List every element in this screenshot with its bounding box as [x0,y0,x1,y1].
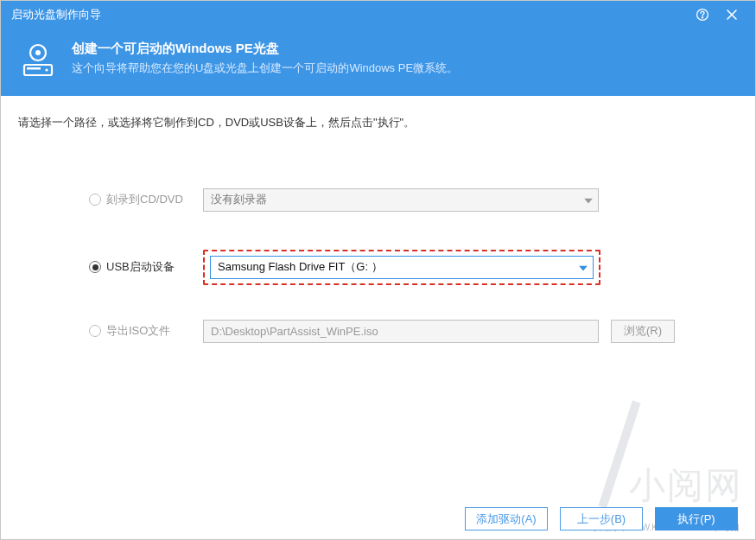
options-group: 刻录到CD/DVD 没有刻录器 USB启动设备 Samsung Fla [18,182,738,348]
close-icon[interactable] [717,1,746,29]
run-button[interactable]: 执行(P) [655,507,738,530]
usb-select-value: Samsung Flash Drive FIT（G: ） [218,259,383,275]
chevron-down-icon [584,194,593,206]
disc-burner-icon [18,41,58,80]
radio-usb-label: USB启动设备 [106,259,175,275]
banner: 创建一个可启动的Windows PE光盘 这个向导将帮助您在您的U盘或光盘上创建… [1,29,755,96]
banner-text: 创建一个可启动的Windows PE光盘 这个向导将帮助您在您的U盘或光盘上创建… [72,41,458,76]
watermark-bar [598,401,640,509]
window-title: 启动光盘制作向导 [11,7,688,22]
chevron-down-icon [579,261,588,274]
radio-cd-label: 刻录到CD/DVD [106,192,183,207]
usb-field: Samsung Flash Drive FIT（G: ） [203,250,683,285]
banner-sub: 这个向导将帮助您在您的U盘或光盘上创建一个可启动的Windows PE微系统。 [72,60,458,76]
option-usb-row: USB启动设备 Samsung Flash Drive FIT（G: ） [89,250,738,284]
option-cd-row: 刻录到CD/DVD 没有刻录器 [89,182,738,217]
radio-icon [89,194,101,206]
svg-point-1 [702,17,703,19]
add-driver-button[interactable]: 添加驱动(A) [465,507,548,530]
instruction-text: 请选择一个路径，或选择将它制作到CD，DVD或USB设备上，然后点击"执行"。 [18,115,738,130]
titlebar: 启动光盘制作向导 [1,1,755,29]
footer: 添加驱动(A) 上一步(B) 执行(P) [1,499,755,539]
cd-select-value: 没有刻录器 [211,192,267,207]
radio-icon [89,325,101,337]
browse-button: 浏览(R) [611,320,675,343]
radio-cd[interactable]: 刻录到CD/DVD [89,192,203,207]
radio-iso-label: 导出ISO文件 [106,323,170,339]
prev-button[interactable]: 上一步(B) [560,507,643,530]
svg-rect-5 [27,67,41,70]
radio-usb[interactable]: USB启动设备 [89,259,203,275]
radio-iso[interactable]: 导出ISO文件 [89,323,203,339]
svg-point-3 [35,50,41,55]
highlight-box: Samsung Flash Drive FIT（G: ） [203,250,600,285]
svg-point-6 [45,68,48,71]
banner-heading: 创建一个可启动的Windows PE光盘 [72,41,458,57]
iso-path-input: D:\Desktop\PartAssist_WinPE.iso [203,320,599,343]
option-iso-row: 导出ISO文件 D:\Desktop\PartAssist_WinPE.iso … [89,314,738,348]
radio-icon [89,261,101,273]
usb-select[interactable]: Samsung Flash Drive FIT（G: ） [210,256,594,279]
help-icon[interactable] [688,1,717,29]
cd-select: 没有刻录器 [203,188,599,212]
watermark: 小阅网 [615,399,743,510]
content: 请选择一个路径，或选择将它制作到CD，DVD或USB设备上，然后点击"执行"。 … [1,96,755,539]
iso-path-value: D:\Desktop\PartAssist_WinPE.iso [211,325,378,338]
cd-field: 没有刻录器 [203,188,683,212]
iso-field: D:\Desktop\PartAssist_WinPE.iso 浏览(R) [203,320,683,343]
